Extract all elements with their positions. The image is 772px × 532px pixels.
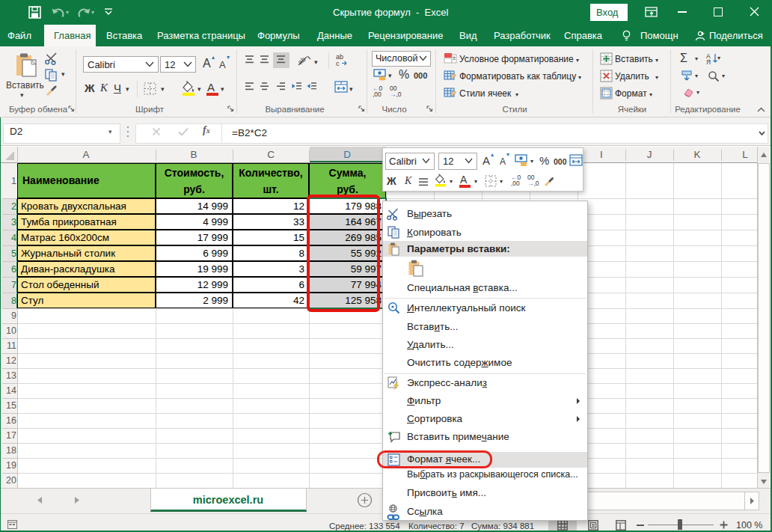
svg-text:c: c bbox=[336, 60, 340, 67]
svg-text:ab: ab bbox=[296, 55, 307, 66]
svg-text:Я: Я bbox=[706, 58, 711, 66]
svg-text:▾: ▾ bbox=[717, 55, 720, 61]
